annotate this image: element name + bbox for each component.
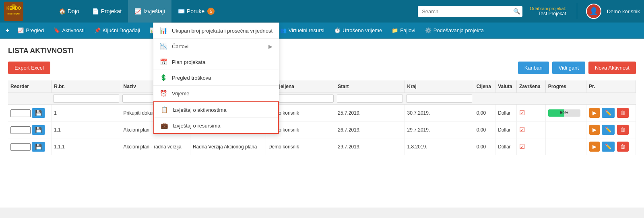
sec-nav-kljucni-label: Ključni Događaji [103,27,140,33]
main-content: LISTA AKTIVNOSTI Export Excel Kanban Vid… [0,39,644,208]
action-delete-1[interactable]: 🗑 [617,108,629,118]
reorder-input-1[interactable] [10,109,31,117]
sec-nav-aktivnosti[interactable]: 🔖 Aktivnosti [49,23,89,39]
table-row: 💾 1.1.1 Akcioni plan - radna verzija Rad… [8,138,636,155]
action-orange-2[interactable]: ▶ [589,125,600,135]
col-pr: Pr. [586,80,636,93]
aktivnosti-icon: 🔖 [54,27,60,33]
cell-tip-3: Radna Verzija Akcionog plana [190,138,266,155]
col-cijena: Cijena [474,80,495,93]
dropdown-cartovi[interactable]: 📉 Čartovi ▶ [153,39,279,54]
nav-poruke[interactable]: ✉️ Poruke 5 [171,0,221,23]
done-check-3: ☑ [519,143,525,150]
filter-pr [586,93,636,104]
poruke-icon: ✉️ [178,8,185,14]
save-button-1[interactable]: 💾 [32,108,45,118]
dropdown-menu: 📊 Ukupan broj projekata i prosečna vrije… [153,23,279,134]
cell-kraj-2: 29.7.2019. [405,121,474,138]
user-name: Demo korisnik [607,8,640,14]
search-input[interactable] [418,6,522,17]
action-edit-1[interactable]: ✏️ [602,108,615,118]
pregled-icon: 📈 [17,27,24,33]
filter-zavrsena [516,93,545,104]
dropdown-vrijeme[interactable]: ⏰ Vrijeme [153,86,279,101]
col-zavrsena: Završena [516,80,545,93]
search-area: 🔍 Odabrani projekat: Test Projekat 👤 Dem… [418,3,640,19]
cell-kraj-3: 1.8.2019. [405,138,474,155]
add-button[interactable]: + [2,23,12,39]
nav-izvestaji-label: Izvještaji [143,8,165,14]
poruke-badge: 5 [207,8,215,15]
toolbar: Export Excel Kanban Vidi gant Nova Aktiv… [8,62,636,74]
filter-cijena [474,93,495,104]
user-avatar[interactable]: 👤 [586,4,601,19]
dropdown-aktivnostima[interactable]: 📋 Izvještaj o aktivnostima [154,102,278,118]
save-button-3[interactable]: 💾 [32,142,45,152]
table-row: 💾 1.1 Akcioni plan dokument Demo korisni… [8,121,636,138]
izvestaji-icon: 📈 [134,8,141,14]
sec-nav-pregled[interactable]: 📈 Pregled [12,23,49,39]
cartovi-icon: 📉 [160,43,168,50]
sec-nav-utroseno[interactable]: ⏱️ Utrošeno vrijeme [329,23,387,39]
filter-kraj [405,93,474,104]
sec-nav-podesavanja[interactable]: ⚙️ Podešavanja projekta [420,23,489,39]
ukupan-icon: 📊 [160,27,168,34]
virtuelni-icon: 👥 [280,27,287,33]
export-excel-button[interactable]: Export Excel [8,62,50,74]
nav-izvestaji[interactable]: 📈 Izvještaji [128,0,171,23]
filter-start-input[interactable] [337,95,403,103]
cell-actions-2: ▶ ✏️ 🗑 [586,121,636,138]
sec-nav-fajlovi-label: Fajlovi [400,27,415,33]
cell-actions-3: ▶ ✏️ 🗑 [586,138,636,155]
aktivnostima-icon: 📋 [161,106,169,113]
action-edit-2[interactable]: ✏️ [602,125,615,135]
sec-nav-kljucni[interactable]: 📌 Ključni Događaji [89,23,145,39]
cell-progres-3 [545,138,586,155]
search-button[interactable]: 🔍 [513,8,520,14]
action-orange-3[interactable]: ▶ [589,142,600,152]
action-delete-3[interactable]: 🗑 [617,142,629,152]
projekat-icon: 📄 [92,8,99,14]
dropdown-vrijeme-label: Vrijeme [172,90,190,97]
dropdown-pregled-troskova[interactable]: 💲 Pregled troškova [153,70,279,86]
cell-valuta-1: Dollar [495,104,517,121]
save-button-2[interactable]: 💾 [32,125,45,135]
nav-dojo-label: Dojo [68,8,79,14]
nova-aktivnost-button[interactable]: Nova Aktivnost [588,62,636,74]
action-delete-2[interactable]: 🗑 [617,125,629,135]
filter-rbr-input[interactable] [53,95,119,103]
dropdown-plan[interactable]: 📅 Plan projekata [153,54,279,70]
action-edit-3[interactable]: ✏️ [602,142,615,152]
action-orange-1[interactable]: ▶ [589,108,600,118]
cell-zavrsena-1: ☑ [516,104,545,121]
dropdown-resursima[interactable]: 💼 Izvještaj o resursima [154,118,278,133]
kanban-button[interactable]: Kanban [518,62,549,74]
col-rbr: R.br. [52,80,121,93]
filter-kraj-input[interactable] [406,95,472,103]
nav-projekat[interactable]: 📄 Projekat [86,0,128,23]
dropdown-plan-label: Plan projekata [172,59,205,65]
dropdown-ukupan[interactable]: 📊 Ukupan broj projekata i prosečna vrije… [153,23,279,39]
sec-nav-virtuelni-label: Virtuelni resursi [289,27,324,33]
sec-nav-utroseno-label: Utrošeno vrijeme [343,27,382,33]
cell-rbr-2: 1.1 [52,121,121,138]
cell-reorder-3: 💾 [8,138,52,155]
nav-poruke-label: Poruke [187,8,204,14]
sec-nav-aktivnosti-label: Aktivnosti [62,27,85,33]
logo[interactable]: KENDO manager [4,2,48,21]
reorder-input-3[interactable] [10,143,31,151]
sec-nav-virtuelni[interactable]: 👥 Virtuelni resursi [275,23,329,39]
progress-bar-1: 50% [548,109,580,117]
dojo-icon: 🏠 [59,8,66,14]
selected-project: Odabrani projekat: Test Projekat [530,6,566,16]
sec-nav-fajlovi[interactable]: 📁 Fajlovi [387,23,420,39]
search-box: 🔍 [418,6,522,17]
nav-dojo[interactable]: 🏠 Dojo [52,0,86,23]
cell-dodijeljena-3: Demo korisnik [266,138,335,155]
cell-progres-2 [545,121,586,138]
gant-button[interactable]: Vidi gant [552,62,585,74]
cell-start-2: 26.7.2019. [335,121,405,138]
dropdown-resursima-label: Izvještaj o resursima [173,123,220,129]
reorder-input-2[interactable] [10,126,31,134]
col-valuta: Valuta [495,80,517,93]
